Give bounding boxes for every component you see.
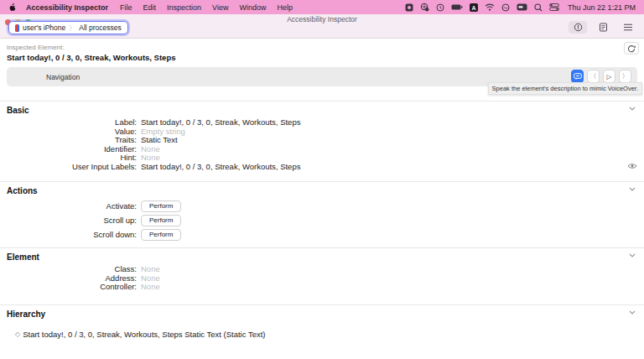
navigation-label: Navigation: [46, 73, 80, 81]
perform-scroll-up-button[interactable]: Perform: [141, 215, 181, 226]
wifi-icon[interactable]: [485, 3, 495, 11]
eye-icon[interactable]: [627, 163, 637, 169]
row-value: None: [141, 153, 160, 163]
action-row-scroll-up: Scroll up: Perform: [0, 213, 644, 227]
chevron-down-icon[interactable]: [629, 187, 636, 191]
menu-window[interactable]: Window: [239, 3, 266, 12]
navigation-controls: 〈 ▷ 〉: [571, 70, 631, 83]
chevron-left-icon: 〈: [590, 72, 597, 81]
refresh-button[interactable]: [624, 42, 639, 55]
next-element-button[interactable]: 〉: [619, 70, 631, 83]
inspected-element-heading: Inspected Element:: [7, 44, 637, 51]
menubar-status-area: A Thu Jun 22 1:21 PM: [405, 3, 636, 12]
menu-edit[interactable]: Edit: [143, 3, 157, 12]
row-label: Label:: [0, 118, 137, 127]
play-icon: ▷: [607, 73, 612, 81]
previous-element-button[interactable]: 〈: [587, 70, 600, 83]
menu-view[interactable]: View: [212, 3, 228, 12]
menu-inspection[interactable]: Inspection: [167, 3, 201, 12]
target-scope-label: All processes: [79, 23, 122, 32]
basic-row-value: Value: Empty string: [0, 127, 644, 137]
svg-text:A: A: [471, 4, 475, 10]
chevron-down-icon[interactable]: [629, 253, 636, 258]
basic-section-title: Basic: [0, 101, 644, 118]
element-section: Element Class: None Address: None Contro…: [0, 247, 644, 304]
element-row-address: Address: None: [0, 274, 644, 284]
hierarchy-item[interactable]: ◇ Start today!, 0 / 3, 0, Streak, Workou…: [0, 322, 644, 339]
perform-scroll-down-button[interactable]: Perform: [141, 229, 181, 241]
chevron-down-icon[interactable]: [629, 310, 636, 315]
spotlight-icon[interactable]: [534, 3, 543, 12]
target-device-label: user's iPhone: [23, 23, 65, 32]
chevron-right-icon: 〉: [622, 72, 629, 81]
basic-section: Basic Label: Start today!, 0 / 3, 0, Str…: [0, 101, 644, 181]
timer-icon[interactable]: [436, 3, 444, 12]
menubar: Accessibility Inspector File Edit Inspec…: [0, 0, 644, 14]
row-label: Scroll down:: [0, 230, 137, 239]
basic-row-user-input-labels: User Input Labels: Start today!, 0 / 3, …: [0, 163, 644, 172]
row-value: None: [141, 265, 160, 274]
chevron-right-icon: 〉: [69, 23, 75, 33]
audit-button[interactable]: [594, 21, 612, 34]
hierarchy-item-label: Start today!, 0 / 3, 0, Streak, Workouts…: [23, 330, 265, 339]
inspection-pointer-button[interactable]: [569, 21, 587, 34]
diamond-icon: ◇: [15, 330, 20, 338]
app-status-icon[interactable]: [405, 3, 413, 12]
globe-badge-icon[interactable]: [420, 3, 429, 12]
row-label: Activate:: [0, 201, 137, 211]
basic-row-label: Label: Start today!, 0 / 3, 0, Streak, W…: [0, 118, 644, 127]
row-label: Hint:: [0, 153, 137, 163]
hierarchy-section: Hierarchy ◇ Start today!, 0 / 3, 0, Stre…: [0, 304, 644, 339]
hierarchy-section-title: Hierarchy: [0, 305, 644, 322]
menu-help[interactable]: Help: [277, 3, 293, 12]
battery-icon[interactable]: [451, 4, 463, 11]
titlebar-toolbar: [569, 21, 637, 34]
siri-icon[interactable]: [501, 3, 510, 12]
row-label: Traits:: [0, 136, 137, 145]
apple-logo-icon[interactable]: [8, 3, 16, 12]
row-label: User Input Labels:: [0, 163, 137, 172]
target-selector-button[interactable]: user's iPhone 〉 All processes: [8, 21, 128, 34]
action-row-activate: Activate: Perform: [0, 199, 644, 213]
menubar-clock[interactable]: Thu Jun 22 1:21 PM: [568, 3, 636, 12]
element-row-controller: Controller: None: [0, 283, 644, 292]
keycard-icon[interactable]: [517, 3, 527, 11]
row-value: Start today!, 0 / 3, 0, Streak, Workouts…: [141, 163, 300, 172]
window-titlebar: Accessibility Inspector user's iPhone 〉 …: [0, 14, 644, 39]
element-row-class: Class: None: [0, 265, 644, 274]
row-label: Scroll up:: [0, 216, 137, 225]
row-label: Controller:: [0, 283, 137, 292]
row-value: Static Text: [141, 136, 178, 145]
action-row-scroll-down: Scroll down: Perform: [0, 227, 644, 242]
speak-element-button[interactable]: [571, 70, 584, 83]
element-section-title: Element: [0, 248, 644, 265]
inspected-element-value: Start today!, 0 / 3, 0, Streak, Workouts…: [7, 53, 637, 62]
inspected-element-block: Inspected Element: Start today!, 0 / 3, …: [0, 39, 644, 65]
row-value: None: [141, 283, 160, 292]
actions-section: Actions Activate: Perform Scroll up: Per…: [0, 181, 644, 247]
perform-activate-button[interactable]: Perform: [141, 200, 181, 212]
menu-file[interactable]: File: [120, 3, 132, 12]
row-label: Class:: [0, 265, 137, 274]
row-value: Start today!, 0 / 3, 0, Streak, Workouts…: [141, 118, 300, 127]
settings-lines-button[interactable]: [619, 21, 637, 34]
control-center-icon[interactable]: [549, 3, 559, 11]
chevron-down-icon[interactable]: [629, 107, 636, 111]
basic-row-identifier: Identifier: None: [0, 145, 644, 154]
basic-row-hint: Hint: None: [0, 153, 644, 163]
speak-tooltip: Speak the element's description to mimic…: [488, 82, 642, 95]
row-label: Identifier:: [0, 145, 137, 154]
basic-row-traits: Traits: Static Text: [0, 136, 644, 145]
input-source-a-icon[interactable]: A: [470, 3, 478, 12]
inspector-content: Inspected Element: Start today!, 0 / 3, …: [0, 39, 644, 359]
menubar-app-name[interactable]: Accessibility Inspector: [26, 3, 108, 12]
actions-section-title: Actions: [0, 182, 644, 199]
iphone-icon: [15, 24, 19, 32]
play-navigation-button[interactable]: ▷: [603, 70, 615, 83]
